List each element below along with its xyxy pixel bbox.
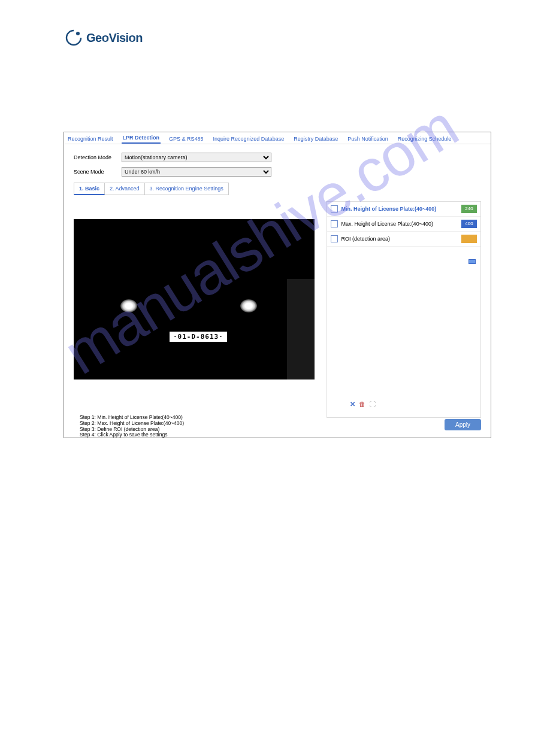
detection-mode-row: Detection Mode Motion(stationary camera) <box>64 150 491 165</box>
scene-mode-label: Scene Mode <box>74 169 122 175</box>
headlight-left <box>120 299 137 312</box>
apply-button[interactable]: Apply <box>445 419 481 430</box>
tab-recognition-result[interactable]: Recognition Result <box>67 134 114 144</box>
content-row: ·01-D-8613· Min. Height of License Plate… <box>64 195 491 418</box>
min-height-value[interactable]: 240 <box>461 205 477 213</box>
roi-swatch[interactable] <box>461 235 477 243</box>
close-icon[interactable]: ✕ <box>350 400 355 408</box>
tab-recognizing-schedule[interactable]: Recognizing Schedule <box>397 134 453 144</box>
detection-mode-select[interactable]: Motion(stationary camera) <box>122 153 271 162</box>
scene-mode-select[interactable]: Under 60 km/h <box>122 167 271 177</box>
row-roi[interactable]: ROI (detection area) <box>327 232 480 247</box>
svg-point-0 <box>76 32 80 35</box>
min-height-label: Min. Height of License Plate:(40~400) <box>341 206 458 212</box>
headlight-right <box>240 299 257 312</box>
min-height-icon <box>331 205 338 212</box>
max-height-icon <box>331 220 338 227</box>
panel-toggle-icon[interactable] <box>468 259 476 264</box>
trash-icon[interactable]: 🗑 <box>359 400 365 408</box>
tab-lpr-detection[interactable]: LPR Detection <box>122 133 161 144</box>
tab-gps-rs485[interactable]: GPS & RS485 <box>168 134 205 144</box>
max-height-label: Max. Height of License Plate:(40~400) <box>341 221 458 227</box>
license-plate: ·01-D-8613· <box>168 330 228 343</box>
preview-dark-strip <box>287 279 315 379</box>
subtab-basic[interactable]: 1. Basic <box>74 183 105 195</box>
max-height-value[interactable]: 400 <box>461 220 477 228</box>
brand-logo: GeoVision <box>65 29 143 47</box>
app-window: Recognition Result LPR Detection GPS & R… <box>64 132 491 438</box>
step-4: Step 4: Click Apply to save the settings <box>80 432 184 438</box>
row-max-height[interactable]: Max. Height of License Plate:(40~400) 40… <box>327 217 480 232</box>
top-tab-bar: Recognition Result LPR Detection GPS & R… <box>64 132 491 144</box>
row-min-height[interactable]: Min. Height of License Plate:(40~400) 24… <box>327 202 480 217</box>
subtab-engine[interactable]: 3. Recognition Engine Settings <box>145 183 229 195</box>
tab-push-notification[interactable]: Push Notification <box>346 134 389 144</box>
roi-label: ROI (detection area) <box>341 236 458 242</box>
steps-help-text: Step 1: Min. Height of License Plate:(40… <box>80 415 184 438</box>
expand-icon[interactable]: ⛶ <box>369 400 376 408</box>
scene-mode-row: Scene Mode Under 60 km/h <box>64 165 491 179</box>
sub-tab-bar: 1. Basic 2. Advanced 3. Recognition Engi… <box>74 183 481 195</box>
detection-mode-label: Detection Mode <box>74 154 122 160</box>
camera-preview[interactable]: ·01-D-8613· <box>74 219 315 379</box>
tab-inquire-db[interactable]: Inquire Recognized Database <box>212 134 286 144</box>
logo-mark-icon <box>65 29 83 47</box>
tab-registry-db[interactable]: Registry Database <box>292 134 339 144</box>
roi-icon <box>331 235 338 242</box>
logo-text: GeoVision <box>86 31 143 45</box>
preview-toolbar: ✕ 🗑 ⛶ <box>350 400 376 408</box>
settings-panel: Min. Height of License Plate:(40~400) 24… <box>327 201 481 418</box>
subtab-advanced[interactable]: 2. Advanced <box>105 183 145 195</box>
